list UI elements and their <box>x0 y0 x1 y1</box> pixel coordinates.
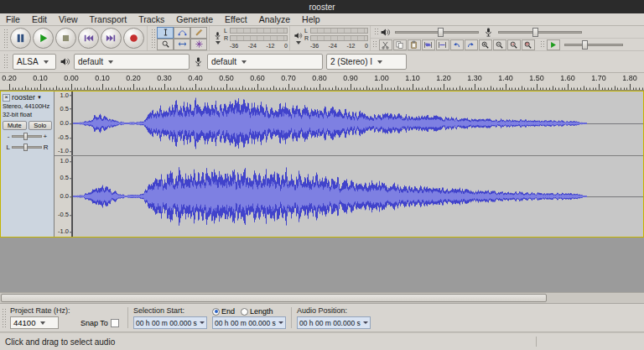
recording-channels-combo[interactable]: 2 (Stereo) I <box>326 54 407 70</box>
selection-end-field[interactable]: 00 h 00 m 00.000 s <box>212 316 286 329</box>
silence-button[interactable] <box>436 39 449 50</box>
meter-dropdown-arrow-icon[interactable] <box>216 41 221 44</box>
fit-selection-button[interactable] <box>507 39 521 50</box>
toolbar-grip[interactable] <box>2 308 6 328</box>
toolbar-grip[interactable] <box>374 28 378 37</box>
redo-button[interactable] <box>465 39 478 50</box>
play-at-speed-button[interactable] <box>547 39 560 50</box>
toolbar-grip[interactable] <box>372 40 377 50</box>
track-menu-arrow-icon[interactable]: ▼ <box>37 95 42 100</box>
menu-help[interactable]: Help <box>296 13 326 25</box>
meter-scale-label: -12 <box>346 43 355 49</box>
selection-start-field[interactable]: 00 h 00 m 00.000 s <box>133 316 207 329</box>
skip-start-button[interactable] <box>78 28 99 49</box>
track-area[interactable]: × rooster ▼ Stereo, 44100Hz 32-bit float… <box>0 91 644 292</box>
titlebar[interactable]: rooster <box>0 0 644 13</box>
envelope-button[interactable] <box>174 27 190 39</box>
menu-analyze[interactable]: Analyze <box>253 13 296 25</box>
track-title: rooster <box>12 93 35 102</box>
ruler-label: 0.30 <box>157 74 172 82</box>
undo-icon <box>452 40 461 50</box>
skip-end-button[interactable] <box>101 28 122 49</box>
recording-device-combo[interactable]: default <box>207 54 323 70</box>
fit-project-button[interactable] <box>522 39 535 50</box>
vertical-ruler[interactable]: 1.00.50.0-0.5-1.0 <box>55 91 72 155</box>
recording-meter[interactable]: LR-36-24-120 <box>210 26 290 50</box>
skip-start-icon <box>82 32 95 44</box>
meter-scale-label: -24 <box>248 43 257 49</box>
ruler-label: 0.20 <box>126 74 141 82</box>
multi-button[interactable] <box>190 39 207 50</box>
draw-button[interactable] <box>190 27 207 39</box>
horizontal-scrollbar[interactable] <box>0 292 644 304</box>
audio-position-label: Audio Position: <box>297 306 371 316</box>
toolbar-separator <box>291 307 292 328</box>
project-rate-combo[interactable]: 44100 <box>10 316 59 329</box>
menu-edit[interactable]: Edit <box>26 13 53 25</box>
meter-channel-label: L <box>224 28 230 34</box>
ruler-label: 0.00 <box>64 74 79 82</box>
toolbar-grip[interactable] <box>151 29 155 48</box>
zoom-in-button[interactable] <box>479 39 492 50</box>
stop-button[interactable] <box>55 28 76 49</box>
playback-meter[interactable]: LR-36-24-120 <box>290 26 371 50</box>
timeline-ruler[interactable]: 0.200.100.000.100.200.300.400.500.600.70… <box>0 73 644 91</box>
toolbar-right-stack <box>371 26 644 50</box>
audio-host-combo[interactable]: ALSA <box>13 54 56 70</box>
audio-position-field[interactable]: 00 h 00 m 00.000 s <box>297 316 371 329</box>
menu-tracks[interactable]: Tracks <box>132 13 170 25</box>
transport-toolbar <box>0 26 148 50</box>
paste-button[interactable] <box>408 39 421 50</box>
play-button[interactable] <box>33 28 54 49</box>
menu-view[interactable]: View <box>53 13 84 25</box>
menu-file[interactable]: File <box>0 13 26 25</box>
vertical-ruler[interactable]: 1.00.50.0-0.5-1.0 <box>55 156 72 237</box>
ruler-label: 1.70 <box>591 74 606 82</box>
stop-icon <box>60 32 72 44</box>
meter-dropdown-arrow-icon[interactable] <box>296 41 301 44</box>
cut-button[interactable] <box>379 39 392 50</box>
ibeam-icon <box>161 28 170 37</box>
input-volume-slider[interactable] <box>498 28 582 37</box>
track-format-info: Stereo, 44100Hz <box>1 102 54 111</box>
toolbar-separator <box>127 307 128 328</box>
end-radio[interactable] <box>212 308 220 316</box>
meter-bar <box>310 28 368 34</box>
waveform-channel-left[interactable] <box>72 91 643 155</box>
ruler-label: 1.10 <box>405 74 420 82</box>
track-close-button[interactable]: × <box>3 94 10 102</box>
silence-icon <box>438 40 447 50</box>
solo-button[interactable]: Solo <box>29 121 53 130</box>
trim-button[interactable] <box>422 39 435 50</box>
play-speed-slider[interactable] <box>564 40 623 50</box>
length-radio[interactable] <box>241 308 248 316</box>
pan-right-label: R <box>44 144 49 151</box>
menu-transport[interactable]: Transport <box>84 13 133 25</box>
gain-slider[interactable] <box>12 133 42 140</box>
toolbar-grip[interactable] <box>3 29 8 48</box>
pause-button[interactable] <box>10 28 31 49</box>
timeshift-button[interactable] <box>174 39 190 50</box>
snap-to-checkbox[interactable] <box>111 319 119 327</box>
waveform-channel-right[interactable] <box>72 156 643 237</box>
tools-toolbar <box>148 26 210 50</box>
toolbar-grip[interactable] <box>540 40 544 50</box>
chevron-down-icon <box>40 321 45 325</box>
copy-button[interactable] <box>393 39 407 50</box>
output-volume-slider[interactable] <box>395 28 479 37</box>
zoom-button[interactable] <box>157 39 174 50</box>
mute-button[interactable]: Mute <box>3 121 27 130</box>
menu-effect[interactable]: Effect <box>219 13 253 25</box>
scrollbar-thumb[interactable] <box>1 294 547 302</box>
status-bar: Click and drag to select audio <box>0 332 644 350</box>
status-message: Click and drag to select audio <box>5 337 115 347</box>
end-radio-label: End <box>221 307 235 316</box>
undo-button[interactable] <box>450 39 464 50</box>
menu-generate[interactable]: Generate <box>170 13 219 25</box>
toolbar-grip[interactable] <box>3 54 8 71</box>
pan-slider[interactable] <box>12 144 42 151</box>
zoom-out-button[interactable] <box>493 39 506 50</box>
record-button[interactable] <box>123 28 144 49</box>
playback-device-combo[interactable]: default <box>74 54 190 70</box>
selection-button[interactable] <box>157 27 174 39</box>
